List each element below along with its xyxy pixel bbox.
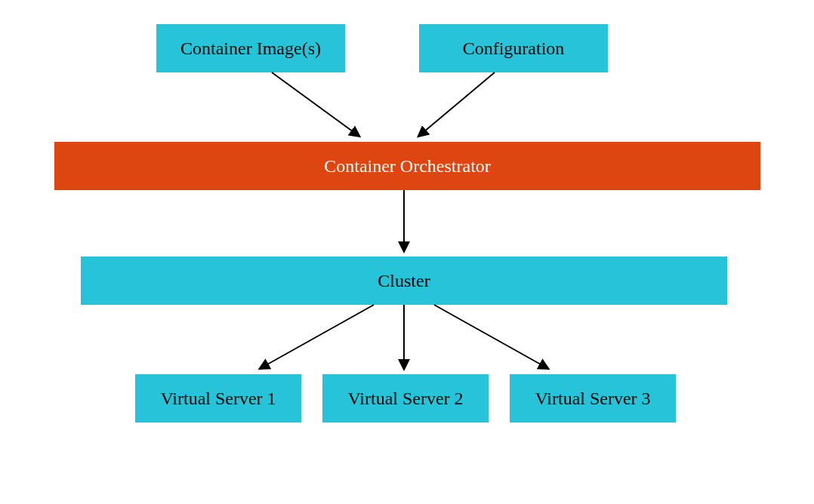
node-label: Virtual Server 1: [160, 389, 276, 409]
arrow-images-to-orchestrator: [272, 72, 359, 136]
node-label: Virtual Server 2: [347, 389, 463, 409]
node-label: Container Image(s): [180, 38, 321, 59]
node-configuration: Configuration: [419, 24, 608, 72]
arrow-cluster-to-vs3: [434, 305, 547, 368]
node-label: Virtual Server 3: [535, 389, 650, 409]
node-virtual-server-1: Virtual Server 1: [135, 374, 301, 423]
node-container-orchestrator: Container Orchestrator: [54, 142, 760, 190]
arrow-cluster-to-vs1: [261, 305, 374, 368]
node-virtual-server-3: Virtual Server 3: [510, 374, 676, 423]
node-label: Cluster: [378, 271, 430, 291]
node-label: Configuration: [463, 38, 565, 59]
node-virtual-server-2: Virtual Server 2: [322, 374, 489, 423]
node-cluster: Cluster: [81, 257, 727, 305]
node-label: Container Orchestrator: [324, 156, 491, 177]
diagram-arrows: [0, 0, 814, 504]
node-container-images: Container Image(s): [156, 24, 345, 72]
arrow-configuration-to-orchestrator: [419, 72, 495, 136]
